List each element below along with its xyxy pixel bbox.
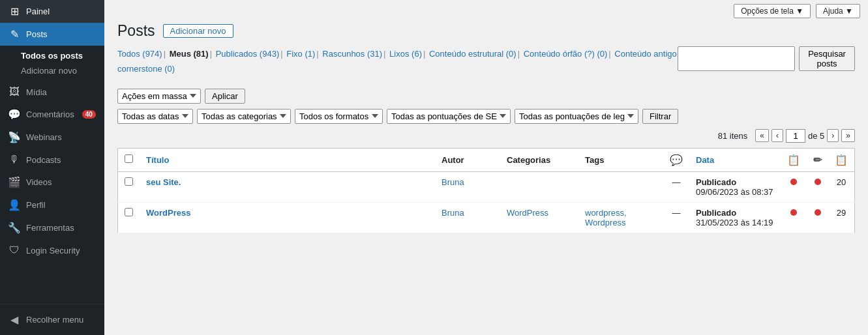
row1-author-cell: Bruna — [435, 171, 500, 202]
row2-count: 29 — [837, 208, 846, 218]
legibility-filter[interactable]: Todas as pontuações de leg — [515, 109, 638, 124]
next-page-button[interactable]: › — [827, 129, 839, 142]
filter-lixos[interactable]: Lixos (6) — [389, 49, 422, 59]
screen-options-button[interactable]: Opções de tela ▼ — [734, 4, 811, 18]
filter-todos[interactable]: Todos (974) — [117, 49, 162, 59]
ferramentas-icon: 🔧 — [8, 222, 21, 234]
filter-conteudo-orfao[interactable]: Conteúdo órfão (?) (0) — [524, 49, 608, 59]
row2-dot2 — [815, 209, 821, 216]
comentarios-badge: 40 — [82, 110, 96, 119]
bulk-action-select[interactable]: Ações em massa — [117, 89, 201, 104]
row1-checkbox[interactable] — [125, 177, 133, 186]
th-categories: Categorias — [500, 148, 578, 171]
sidebar-item-posts[interactable]: ✎ Posts — [0, 23, 104, 46]
row2-categories-link[interactable]: WordPress — [507, 208, 548, 218]
row2-author-link[interactable]: Bruna — [441, 208, 464, 218]
row2-author-cell: Bruna — [435, 202, 500, 233]
row1-title-link[interactable]: seu Site. — [146, 177, 181, 187]
sidebar-item-label: Login Security — [26, 246, 80, 255]
copy-icon: 📋 — [835, 154, 848, 166]
filter-conteudo-estrutural[interactable]: Conteúdo estrutural (0) — [429, 49, 516, 59]
sidebar-item-podcasts[interactable]: 🎙 Podcasts — [0, 149, 104, 171]
sidebar-item-label: Comentários — [26, 109, 74, 119]
filter-button[interactable]: Filtrar — [642, 109, 678, 124]
row2-dot1-cell — [781, 202, 807, 233]
edit-icon: ✏ — [813, 154, 822, 166]
search-input[interactable] — [678, 46, 795, 71]
page-input[interactable] — [786, 129, 805, 143]
seo-filter[interactable]: Todas as pontuações de SE — [387, 109, 511, 124]
sidebar-item-midia[interactable]: 🖼 Mídia — [0, 81, 104, 103]
filter-meus[interactable]: Meus (81) — [170, 49, 209, 59]
formats-filter[interactable]: Todos os formatos — [295, 109, 383, 124]
videos-icon: 🎬 — [8, 176, 21, 188]
page-header: Posts Adicionar novo — [117, 22, 855, 40]
sidebar-item-label: Webinars — [26, 132, 62, 142]
posts-table: Título Autor Categorias Tags 💬 Data 📋 — [117, 148, 855, 233]
search-bar: Pesquisar posts — [678, 46, 855, 71]
title-sort-link[interactable]: Título — [146, 155, 169, 165]
sidebar-item-webinars[interactable]: 📡 Webinars — [0, 126, 104, 149]
row1-date: 09/06/2023 às 08:37 — [696, 187, 773, 197]
action-bar: Ações em massa Aplicar — [117, 89, 855, 104]
sidebar-item-label: Videos — [26, 177, 52, 187]
row1-categories-cell — [500, 171, 578, 202]
th-author: Autor — [435, 148, 500, 171]
row2-categories-cell: WordPress — [500, 202, 578, 233]
date-sort-link[interactable]: Data — [696, 155, 714, 165]
row2-dot2-cell — [807, 202, 828, 233]
last-page-button[interactable]: » — [841, 129, 855, 142]
prev-page-button[interactable]: ‹ — [771, 129, 783, 142]
podcasts-icon: 🎙 — [8, 154, 21, 166]
row1-status: Publicado — [696, 177, 736, 187]
row2-tags-link[interactable]: wordpress, Wordpress — [585, 208, 627, 227]
th-icon1: 💬 — [663, 148, 689, 171]
row2-tags-cell: wordpress, Wordpress — [578, 202, 663, 233]
row1-dash: — — [672, 177, 681, 187]
midia-icon: 🖼 — [8, 86, 21, 98]
row1-dot2-cell — [807, 171, 828, 202]
sidebar-item-label: Posts — [26, 29, 48, 39]
filter-rascunhos[interactable]: Rascunhos (31) — [322, 49, 382, 59]
dates-filter[interactable]: Todas as datas — [117, 109, 193, 124]
sidebar-subitem-todos-os-posts[interactable]: Todos os posts — [21, 48, 104, 63]
th-checkbox — [118, 148, 140, 171]
sidebar-item-ferramentas[interactable]: 🔧 Ferramentas — [0, 216, 104, 239]
th-title: Título — [140, 148, 435, 171]
sidebar-item-recolher[interactable]: ◀ Recolher menu — [0, 308, 104, 331]
sidebar-item-label: Ferramentas — [26, 223, 74, 233]
row1-dot1 — [790, 179, 797, 185]
sidebar-item-painel[interactable]: ⊞ Painel — [0, 0, 104, 23]
row2-title-link[interactable]: WordPress — [146, 208, 190, 218]
row1-dash-cell: — — [663, 171, 689, 202]
sidebar-item-perfil[interactable]: 👤 Perfil — [0, 194, 104, 216]
page-of: de 5 — [808, 131, 824, 141]
apply-button[interactable]: Aplicar — [205, 89, 245, 104]
main-content: Opções de tela ▼ Ajuda ▼ Posts Adicionar… — [104, 0, 868, 335]
help-button[interactable]: Ajuda ▼ — [816, 4, 860, 18]
row2-status: Publicado — [696, 208, 736, 218]
top-bar: Opções de tela ▼ Ajuda ▼ — [104, 0, 868, 22]
sidebar-item-label: Perfil — [26, 200, 46, 210]
search-button[interactable]: Pesquisar posts — [799, 46, 855, 71]
sidebar-item-login-security[interactable]: 🛡 Login Security — [0, 239, 104, 261]
row1-author-link[interactable]: Bruna — [441, 177, 464, 187]
filter-publicados[interactable]: Publicados (943) — [216, 49, 280, 59]
row2-checkbox[interactable] — [125, 208, 133, 216]
posts-submenu: Todos os posts Adicionar novo — [0, 46, 104, 81]
sidebar-item-videos[interactable]: 🎬 Videos — [0, 171, 104, 194]
sidebar-item-comentarios[interactable]: 💬 Comentários 40 — [0, 103, 104, 126]
categories-filter[interactable]: Todas as categorias — [197, 109, 291, 124]
add-new-button[interactable]: Adicionar novo — [163, 24, 233, 38]
first-page-button[interactable]: « — [755, 129, 769, 142]
select-all-checkbox[interactable] — [125, 154, 133, 163]
row2-dash-cell: — — [663, 202, 689, 233]
perfil-icon: 👤 — [8, 199, 21, 211]
th-date: Data — [689, 148, 781, 171]
table-row: seu Site. Bruna — Publicado — [118, 171, 855, 202]
comment-icon: 💬 — [670, 154, 683, 166]
sidebar-subitem-adicionar-novo[interactable]: Adicionar novo — [21, 63, 104, 78]
row2-date: 31/05/2023 às 14:19 — [696, 218, 773, 227]
webinars-icon: 📡 — [8, 131, 21, 143]
filter-fixo[interactable]: Fixo (1) — [286, 49, 315, 59]
